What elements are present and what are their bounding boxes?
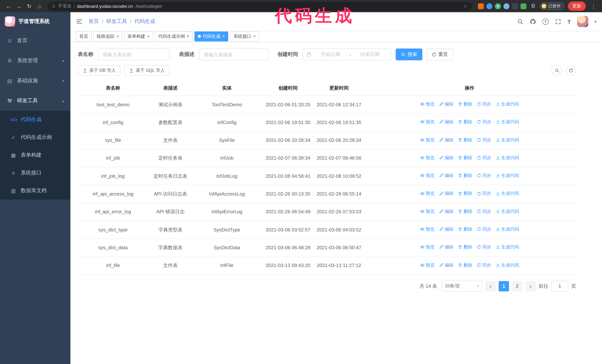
delete-link[interactable]: 删除 [458, 226, 472, 233]
sync-link[interactable]: 同步 [477, 154, 491, 162]
drop-extension-icon[interactable] [486, 3, 492, 9]
user-avatar[interactable] [577, 16, 588, 27]
edit-link[interactable]: 编辑 [439, 154, 453, 162]
sync-link[interactable]: 同步 [477, 118, 491, 126]
back-icon[interactable]: ← [4, 1, 13, 11]
browser-home-icon[interactable]: ⌂ [35, 1, 44, 11]
import-db-button[interactable]: 基于 DB 导入 [78, 65, 121, 75]
generate-code-link[interactable]: 生成代码 [496, 172, 519, 179]
refresh-table-button[interactable] [566, 65, 576, 75]
font-size-icon[interactable]: T [568, 18, 571, 25]
hamburger-icon[interactable] [76, 18, 83, 25]
sidebar-subitem-form-builder[interactable]: ▦表单构建 [0, 146, 70, 164]
preview-link[interactable]: 预览 [420, 154, 435, 162]
sync-link[interactable]: 同步 [477, 261, 491, 269]
next-page-button[interactable]: › [525, 281, 536, 291]
sidebar-item-home[interactable]: ⊙首页 [0, 31, 70, 51]
extensions-puzzle-icon[interactable] [530, 3, 536, 9]
sidebar-subitem-codegen[interactable]: </>代码生成 [0, 111, 70, 128]
generate-code-link[interactable]: 生成代码 [496, 154, 519, 162]
generate-code-link[interactable]: 生成代码 [496, 190, 519, 197]
preview-link[interactable]: 预览 [420, 261, 435, 269]
search-button[interactable]: 搜索 [396, 49, 422, 60]
delete-link[interactable]: 删除 [458, 154, 472, 162]
fullscreen-icon[interactable] [555, 18, 561, 25]
url-bar[interactable]: ⚠ 不安全 dashboard.yudao.iocoder.cn/tool/co… [47, 2, 472, 10]
close-tab-icon[interactable]: × [116, 34, 119, 39]
profile-chip[interactable]: 已暂停 [540, 2, 564, 10]
tab-form-builder[interactable]: 表单构建× [124, 31, 153, 41]
browser-menu-kebab-icon[interactable]: ⋮ [589, 1, 598, 11]
page-size-select[interactable]: 10条/页 ▾ [441, 281, 482, 292]
green-tool-extension-icon[interactable] [520, 3, 527, 9]
table-desc-input[interactable] [199, 49, 269, 60]
people-extension-icon[interactable] [504, 3, 509, 9]
breadcrumb-item-home[interactable]: 首页 [88, 18, 99, 25]
github-icon[interactable] [530, 18, 536, 25]
page-1-button[interactable]: 1 [499, 281, 509, 291]
breadcrumb-item-devtools[interactable]: 研发工具 [106, 18, 127, 25]
delete-link[interactable]: 删除 [458, 100, 472, 108]
app-logo-block[interactable]: 芋道管理系统 [0, 12, 70, 31]
edit-link[interactable]: 编辑 [439, 100, 453, 108]
generate-code-link[interactable]: 生成代码 [496, 100, 519, 108]
preview-link[interactable]: 预览 [420, 100, 435, 108]
preview-link[interactable]: 预览 [420, 172, 435, 179]
sync-link[interactable]: 同步 [477, 190, 491, 197]
tab-api[interactable]: 系统接口× [230, 31, 259, 41]
vue-devtools-extension-icon[interactable]: V [495, 3, 501, 9]
sidebar-subitem-codegen-example[interactable]: ✓代码生成示例 [0, 128, 70, 146]
sidebar-subitem-db-doc[interactable]: ▥数据库文档 [0, 182, 70, 200]
help-icon[interactable]: ? [542, 18, 549, 25]
sidebar-subitem-api[interactable]: ≡系统接口 [0, 164, 70, 182]
preview-link[interactable]: 预览 [420, 136, 435, 144]
sync-link[interactable]: 同步 [477, 100, 491, 108]
prev-page-button[interactable]: ‹ [485, 281, 496, 291]
edit-link[interactable]: 编辑 [439, 243, 453, 251]
generate-code-link[interactable]: 生成代码 [496, 226, 519, 233]
generate-code-link[interactable]: 生成代码 [496, 261, 519, 269]
sync-link[interactable]: 同步 [477, 208, 491, 215]
preview-link[interactable]: 预览 [420, 243, 435, 251]
reload-icon[interactable]: ↻ [24, 1, 34, 11]
sidebar-item-system[interactable]: ⚙系统管理▾ [0, 51, 70, 71]
generate-code-link[interactable]: 生成代码 [496, 243, 519, 251]
edit-link[interactable]: 编辑 [439, 190, 453, 197]
edit-link[interactable]: 编辑 [439, 118, 453, 126]
fox-extension-icon[interactable] [478, 3, 484, 9]
tab-tracer[interactable]: 链路追踪× [93, 31, 122, 41]
tab-codegen-example[interactable]: 代码生成示例× [155, 31, 193, 41]
browser-update-button[interactable]: 更新 [568, 1, 586, 11]
search-icon[interactable] [517, 18, 524, 25]
bookmark-star-icon[interactable]: ☆ [463, 3, 468, 9]
delete-link[interactable]: 删除 [458, 190, 472, 197]
delete-link[interactable]: 删除 [458, 136, 472, 144]
generate-code-link[interactable]: 生成代码 [496, 118, 519, 126]
edit-link[interactable]: 编辑 [439, 226, 453, 233]
close-tab-icon[interactable]: × [253, 34, 256, 39]
sidebar-item-devtools[interactable]: ⚒研发工具▴ [0, 91, 70, 111]
import-sql-button[interactable]: 基于 SQL 导入 [124, 65, 170, 75]
preview-link[interactable]: 预览 [420, 190, 435, 197]
page-2-button[interactable]: 2 [512, 281, 522, 291]
dev-dark-extension-icon[interactable] [512, 3, 518, 9]
goto-page-input[interactable] [551, 281, 568, 292]
close-tab-icon[interactable]: × [147, 34, 150, 39]
preview-link[interactable]: 预览 [420, 118, 435, 126]
delete-link[interactable]: 删除 [458, 261, 472, 269]
delete-link[interactable]: 删除 [458, 118, 472, 126]
preview-link[interactable]: 预览 [420, 208, 435, 215]
delete-link[interactable]: 删除 [458, 208, 472, 215]
caret-down-icon[interactable]: ▾ [595, 20, 596, 23]
delete-link[interactable]: 删除 [458, 243, 472, 251]
edit-link[interactable]: 编辑 [439, 208, 453, 215]
delete-link[interactable]: 删除 [458, 172, 472, 179]
edit-link[interactable]: 编辑 [439, 172, 453, 179]
edit-link[interactable]: 编辑 [439, 261, 453, 269]
reset-button[interactable]: 重置 [426, 49, 453, 60]
sync-link[interactable]: 同步 [477, 172, 491, 179]
sidebar-item-infra[interactable]: ▤基础设施▾ [0, 71, 70, 91]
generate-code-link[interactable]: 生成代码 [496, 208, 519, 215]
preview-link[interactable]: 预览 [420, 226, 435, 233]
sync-link[interactable]: 同步 [477, 226, 491, 233]
